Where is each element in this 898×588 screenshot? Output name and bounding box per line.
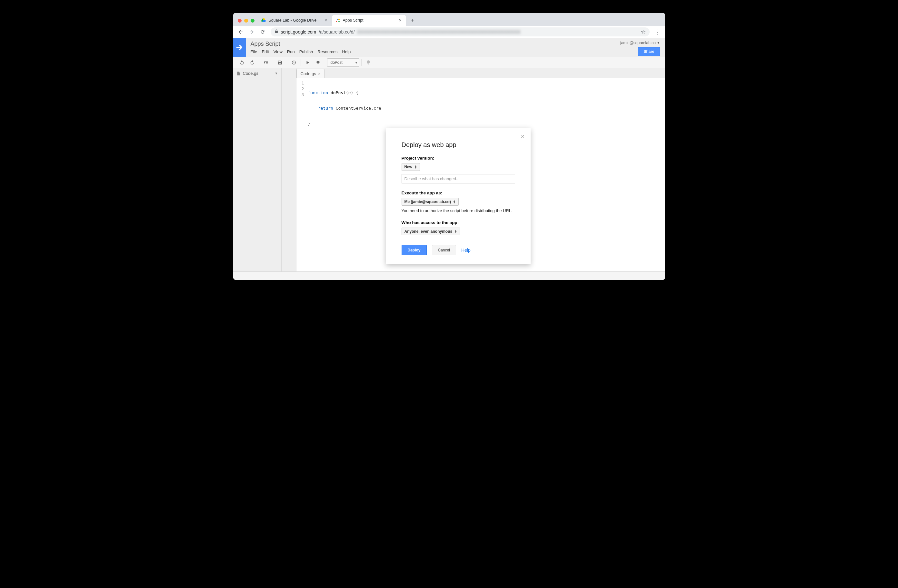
app-title: Apps Script — [251, 41, 351, 48]
execute-value: Me (jamie@squarelab.co) — [404, 200, 451, 204]
code-token: ContentService.cre — [333, 106, 381, 111]
access-section: Who has access to the app: Anyone, even … — [401, 220, 515, 235]
indent-button[interactable] — [261, 58, 271, 67]
code-token: return — [318, 106, 333, 111]
auth-note: You need to authorize the script before … — [401, 208, 515, 213]
modal-title: Deploy as web app — [401, 141, 515, 149]
file-name-label: Code.gs — [243, 71, 258, 76]
toolbar: doPost — [233, 57, 665, 68]
save-button[interactable] — [275, 58, 285, 67]
version-value: New — [404, 165, 412, 169]
execute-label: Execute the app as: — [401, 190, 515, 195]
updown-icon: ▲▼ — [414, 165, 417, 169]
browser-menu-button[interactable]: ⋮ — [653, 28, 663, 35]
app-logo-icon[interactable] — [233, 38, 246, 57]
browser-tab-strip: Square Lab - Google Drive × Apps Script … — [233, 13, 665, 26]
browser-window: Square Lab - Google Drive × Apps Script … — [233, 13, 665, 280]
triggers-button[interactable] — [289, 58, 299, 67]
function-selected-label: doPost — [331, 60, 343, 65]
line-number: 1 — [297, 80, 304, 86]
header-right: jamie@squarelab.co ▼ Share — [620, 38, 665, 56]
chevron-down-icon: ▼ — [657, 41, 660, 45]
toolbar-separator — [273, 59, 273, 66]
window-close-icon[interactable] — [238, 19, 241, 23]
tab-title: Apps Script — [343, 18, 395, 23]
file-icon — [237, 71, 241, 76]
updown-icon: ▲▼ — [453, 200, 456, 203]
menu-edit[interactable]: Edit — [261, 49, 269, 54]
toolbar-separator — [259, 59, 259, 66]
access-value: Anyone, even anonymous — [404, 229, 452, 234]
tab-google-drive[interactable]: Square Lab - Google Drive × — [258, 15, 332, 26]
editor-tab-code-gs[interactable]: Code.gs × — [297, 69, 324, 78]
file-panel: Code.gs ▼ — [233, 68, 281, 272]
menubar: File Edit View Run Publish Resources Hel… — [251, 49, 351, 54]
window-zoom-icon[interactable] — [251, 19, 255, 23]
lock-icon — [275, 29, 278, 34]
undo-button[interactable] — [237, 58, 247, 67]
run-button[interactable] — [303, 58, 312, 67]
line-number: 2 — [297, 86, 304, 92]
toolbar-separator — [287, 59, 287, 66]
toolbar-separator — [301, 59, 301, 66]
description-input[interactable] — [401, 174, 515, 183]
svg-point-5 — [337, 19, 338, 20]
menu-help[interactable]: Help — [342, 49, 351, 54]
svg-point-7 — [338, 19, 340, 20]
line-gutter: 1 2 3 — [297, 78, 306, 272]
toolbar-separator — [361, 59, 361, 66]
deploy-button[interactable]: Deploy — [401, 245, 427, 255]
close-icon[interactable]: × — [521, 133, 525, 140]
cancel-button[interactable]: Cancel — [432, 245, 456, 255]
version-select[interactable]: New ▲▼ — [401, 163, 420, 171]
menu-file[interactable]: File — [251, 49, 257, 54]
window-minimize-icon[interactable] — [244, 19, 248, 23]
menu-publish[interactable]: Publish — [299, 49, 313, 54]
lightbulb-button[interactable] — [363, 58, 373, 67]
back-button[interactable] — [236, 27, 246, 37]
menu-view[interactable]: View — [274, 49, 283, 54]
line-number: 3 — [297, 92, 304, 98]
app-header: Apps Script File Edit View Run Publish R… — [233, 38, 665, 57]
url-domain: script.google.com — [281, 29, 317, 34]
new-tab-button[interactable]: + — [408, 16, 417, 25]
code-text[interactable]: function doPost(e) { return ContentServi… — [306, 78, 381, 272]
svg-point-6 — [338, 21, 340, 22]
omnibox[interactable]: script.google.com/a/squarelab.co/d/ XXXX… — [271, 28, 650, 37]
close-icon[interactable]: × — [318, 72, 320, 76]
execute-section: Execute the app as: Me (jamie@squarelab.… — [401, 190, 515, 213]
close-icon[interactable]: × — [323, 18, 329, 23]
tab-title: Square Lab - Google Drive — [269, 18, 321, 23]
menu-resources[interactable]: Resources — [317, 49, 337, 54]
forward-button[interactable] — [247, 27, 257, 37]
execute-select[interactable]: Me (jamie@squarelab.co) ▲▼ — [401, 198, 459, 206]
menu-run[interactable]: Run — [287, 49, 295, 54]
code-token: (e) { — [346, 90, 358, 95]
chevron-down-icon[interactable]: ▼ — [275, 72, 278, 75]
redo-button[interactable] — [248, 58, 257, 67]
code-token: doPost — [328, 90, 346, 95]
macos-traffic-lights — [237, 19, 258, 26]
bookmark-star-icon[interactable]: ☆ — [641, 28, 646, 35]
file-item-code-gs[interactable]: Code.gs ▼ — [233, 68, 281, 78]
user-email-dropdown[interactable]: jamie@squarelab.co ▼ — [620, 41, 660, 45]
code-token — [308, 106, 318, 111]
user-email-text: jamie@squarelab.co — [620, 41, 656, 45]
version-section: Project version: New ▲▼ — [401, 156, 515, 183]
editor-tabs: Code.gs × — [297, 68, 665, 78]
deploy-modal: × Deploy as web app Project version: New… — [386, 128, 530, 264]
share-button[interactable]: Share — [638, 47, 660, 56]
svg-point-4 — [336, 21, 337, 22]
tab-apps-script[interactable]: Apps Script × — [332, 15, 406, 26]
header-text-block: Apps Script File Edit View Run Publish R… — [246, 38, 351, 54]
apps-script-app: Apps Script File Edit View Run Publish R… — [233, 38, 665, 280]
reload-button[interactable] — [258, 27, 268, 37]
close-icon[interactable]: × — [398, 18, 403, 23]
debug-button[interactable] — [313, 58, 323, 67]
code-token: function — [308, 90, 328, 95]
url-redacted: XXXXXXXXXXXXXXXXXXXXXXXXXXXXXXXXXXXXXXXX… — [357, 29, 521, 34]
access-select[interactable]: Anyone, even anonymous ▲▼ — [401, 227, 460, 235]
help-link[interactable]: Help — [461, 247, 471, 253]
toolbar-separator — [325, 59, 325, 66]
function-select[interactable]: doPost — [327, 58, 359, 67]
